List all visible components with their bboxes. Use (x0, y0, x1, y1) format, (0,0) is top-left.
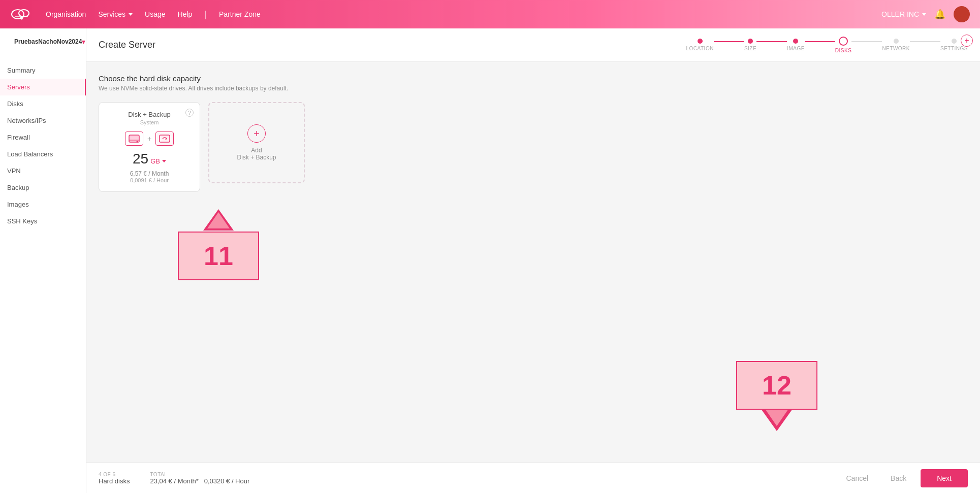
disk-help-icon[interactable]: ? (185, 109, 194, 117)
nav-divider: | (204, 9, 207, 20)
add-disk-label: Add Disk + Backup (237, 147, 276, 161)
sidebar-item-firewall[interactable]: Firewall (0, 129, 86, 146)
svg-point-0 (12, 10, 24, 19)
wizard-step-image: IMAGE (787, 39, 805, 51)
page-title: Create Server (99, 40, 155, 50)
sidebar-nav: Summary Servers Disks Networks/IPs Firew… (0, 62, 86, 493)
content-header: Create Server LOCATION SIZE IMAG (86, 28, 980, 62)
footer-total-label: TOTAL (150, 472, 249, 477)
org-chevron-icon (922, 13, 926, 16)
nav-organisation[interactable]: Organisation (46, 10, 86, 18)
backup-icon (155, 132, 174, 146)
services-chevron-icon (129, 13, 133, 16)
wizard-label-network: NETWORK (882, 46, 910, 51)
sidebar-item-networks-ips[interactable]: Networks/IPs (0, 112, 86, 129)
nav-help[interactable]: Help (178, 10, 193, 18)
sidebar-item-load-balancers[interactable]: Load Balancers (0, 146, 86, 162)
wizard-line-4 (851, 41, 882, 42)
disk-size-unit[interactable]: GB (150, 157, 166, 165)
sidebar-item-backup[interactable]: Backup (0, 179, 86, 196)
nav-services[interactable]: Services (98, 10, 133, 18)
footer-total-info: TOTAL 23,04 € / Month* 0,0320 € / Hour (150, 472, 249, 485)
wizard-dot-size (748, 39, 753, 44)
footer-step-info: 4 OF 6 Hard disks (99, 472, 130, 485)
disk-price-hour: 0,0091 € / Hour (130, 177, 169, 183)
annotation-12-box: 12 (736, 361, 817, 410)
disk-card-system[interactable]: ? Disk + Backup System + (99, 102, 200, 192)
disk-card-subtitle: System (140, 119, 159, 125)
add-server-button[interactable]: + (961, 35, 973, 47)
wizard-step-size: SIZE (744, 39, 756, 51)
wizard-line-2 (756, 41, 787, 42)
svg-point-7 (136, 141, 138, 143)
wizard-label-location: LOCATION (686, 46, 714, 51)
footer-bar: 4 OF 6 Hard disks TOTAL 23,04 € / Month*… (86, 463, 980, 493)
section-title: Choose the hard disk capacity (99, 74, 968, 83)
user-avatar[interactable] (954, 6, 970, 22)
annotation-12-arrow (736, 410, 817, 432)
sidebar-item-servers[interactable]: Servers (0, 79, 86, 95)
disk-card-icons: + (125, 132, 174, 146)
annotation-11: 11 (178, 209, 259, 280)
org-selector[interactable]: OLLER INC (881, 10, 926, 18)
sidebar: PruebasNachoNov2024 ▾ + Summary Servers … (0, 28, 86, 493)
annotation-11-arrow (178, 209, 259, 232)
disk-size-row: 25 GB (133, 151, 166, 167)
nav-links: Organisation Services Usage Help | Partn… (46, 9, 261, 20)
main-area: Choose the hard disk capacity We use NVM… (86, 62, 980, 463)
wizard-label-image: IMAGE (787, 46, 805, 51)
sidebar-item-images[interactable]: Images (0, 196, 86, 213)
wizard-step-network: NETWORK (882, 39, 910, 51)
project-arrow-icon: ▾ (82, 38, 85, 46)
wizard-label-size: SIZE (744, 46, 756, 51)
svg-rect-8 (160, 135, 170, 142)
wizard-dot-location (698, 39, 703, 44)
wizard-dot-network (894, 39, 899, 44)
content-area: Create Server LOCATION SIZE IMAG (86, 28, 980, 493)
sidebar-item-vpn[interactable]: VPN (0, 162, 86, 179)
plus-icon: + (147, 135, 151, 143)
footer-step-name: Hard disks (99, 477, 130, 485)
disk-icon (125, 132, 143, 146)
project-name: PruebasNachoNov2024 (14, 38, 82, 45)
nav-usage[interactable]: Usage (145, 10, 165, 18)
disk-unit-chevron-icon (162, 160, 166, 162)
disk-size-number: 25 (133, 151, 148, 167)
sidebar-header: PruebasNachoNov2024 ▾ (0, 34, 86, 57)
sidebar-item-summary[interactable]: Summary (0, 62, 86, 79)
wizard-line-1 (714, 41, 744, 42)
annotation-11-box: 11 (178, 232, 259, 280)
wizard-dot-settings (952, 39, 957, 44)
wizard-dot-image (793, 39, 798, 44)
footer-actions: Cancel Back Next (838, 469, 968, 487)
next-button[interactable]: Next (921, 469, 968, 487)
project-selector[interactable]: PruebasNachoNov2024 ▾ (7, 34, 92, 53)
wizard-step-location: LOCATION (686, 39, 714, 51)
wizard-label-settings: SETTINGS (940, 46, 968, 51)
add-disk-card[interactable]: + Add Disk + Backup (208, 102, 305, 183)
wizard-label-disks: DISKS (835, 48, 852, 53)
wizard-line-5 (910, 41, 940, 42)
svg-point-4 (956, 16, 968, 22)
back-button[interactable]: Back (882, 470, 914, 486)
wizard-step-disks: DISKS (835, 37, 852, 53)
annotation-12: 12 (736, 361, 817, 432)
cancel-button[interactable]: Cancel (838, 470, 876, 486)
top-navigation: Organisation Services Usage Help | Partn… (0, 0, 980, 28)
nav-partner-zone[interactable]: Partner Zone (219, 10, 261, 18)
sidebar-item-ssh-keys[interactable]: SSH Keys (0, 213, 86, 229)
section-subtitle: We use NVMe solid-state drives. All driv… (99, 85, 968, 92)
wizard-steps: LOCATION SIZE IMAGE DISKS (686, 37, 968, 53)
add-disk-plus-icon: + (247, 124, 266, 143)
disk-price-month: 6,57 € / Month (130, 170, 169, 177)
sidebar-item-disks[interactable]: Disks (0, 95, 86, 112)
topnav-right: OLLER INC 🔔 (881, 6, 970, 22)
footer-info: 4 OF 6 Hard disks TOTAL 23,04 € / Month*… (99, 472, 249, 485)
wizard-dot-disks (839, 37, 848, 46)
disk-card-title: Disk + Backup (128, 111, 170, 118)
svg-point-3 (958, 8, 965, 15)
logo[interactable] (10, 7, 30, 22)
notifications-bell-icon[interactable]: 🔔 (934, 9, 945, 20)
wizard-line-3 (805, 41, 835, 42)
footer-total-value: 23,04 € / Month* 0,0320 € / Hour (150, 477, 249, 485)
